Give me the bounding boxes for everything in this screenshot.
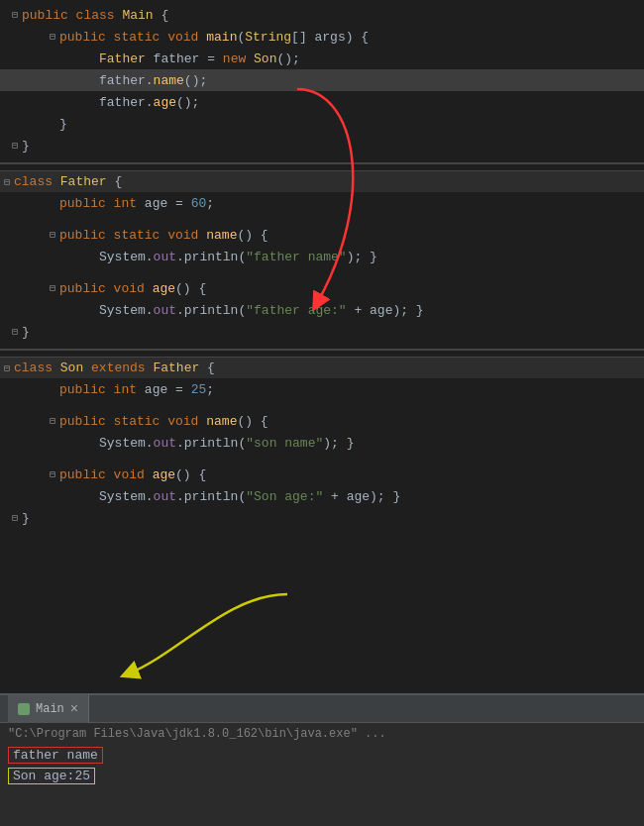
- tab-close-button[interactable]: ×: [70, 701, 78, 717]
- code-line: ⊟ }: [0, 113, 644, 135]
- fold-icon[interactable]: ⊟: [0, 175, 14, 189]
- code-line: ⊟ Father father = new Son();: [0, 48, 644, 69]
- son-class-header: ⊟ class Son extends Father {: [0, 357, 644, 378]
- son-class-block: ⊟ class Son extends Father { ⊟ public in…: [0, 353, 644, 533]
- tab-bar: Main ×: [0, 695, 644, 723]
- code-line: ⊟ public int age = 25;: [0, 378, 644, 400]
- fold-icon[interactable]: ⊟: [8, 139, 22, 153]
- code-line: ⊟ System.out.println("father name"); }: [0, 246, 644, 267]
- code-line: [0, 400, 644, 410]
- code-line: ⊟ public static void name() {: [0, 224, 644, 246]
- separator: [0, 349, 644, 351]
- output-line-father: father name: [0, 745, 644, 766]
- tab-main[interactable]: Main ×: [8, 695, 89, 723]
- code-line-highlighted: ⊟ father.name();: [0, 69, 644, 91]
- code-line: ⊟ public void age() {: [0, 277, 644, 299]
- code-line: ⊟ father.age();: [0, 91, 644, 113]
- code-line: ⊟ public class Main {: [0, 4, 644, 26]
- fold-icon[interactable]: ⊟: [0, 361, 14, 375]
- fold-icon[interactable]: ⊟: [8, 8, 22, 22]
- father-class-block: ⊟ class Father { ⊟ public int age = 60; …: [0, 166, 644, 347]
- output-son-age: Son age:25: [8, 768, 95, 784]
- code-line: [0, 214, 644, 224]
- tab-icon: [18, 703, 30, 715]
- code-line: ⊟ }: [0, 507, 644, 529]
- father-class-header: ⊟ class Father {: [0, 170, 644, 192]
- code-line: ⊟ }: [0, 321, 644, 343]
- code-line: ⊟ System.out.println("Son age:" + age); …: [0, 485, 644, 507]
- separator: [0, 162, 644, 164]
- console-path: "C:\Program Files\Java\jdk1.8.0_162\bin\…: [0, 723, 644, 745]
- fold-icon[interactable]: ⊟: [46, 228, 59, 242]
- fold-icon[interactable]: ⊟: [46, 414, 59, 428]
- code-line: ⊟ }: [0, 135, 644, 156]
- code-line: ⊟ System.out.println("father age:" + age…: [0, 299, 644, 321]
- output-father-name: father name: [8, 747, 103, 764]
- code-line: ⊟ public static void main(String[] args)…: [0, 26, 644, 48]
- bottom-panel: Main × "C:\Program Files\Java\jdk1.8.0_1…: [0, 693, 644, 826]
- fold-icon[interactable]: ⊟: [46, 281, 59, 295]
- code-line: ⊟ public void age() {: [0, 464, 644, 485]
- output-line-son: Son age:25: [0, 766, 644, 786]
- editor-area: ⊟ public class Main { ⊟ public static vo…: [0, 0, 644, 693]
- fold-icon[interactable]: ⊟: [8, 511, 22, 525]
- code-line: ⊟ public int age = 60;: [0, 192, 644, 214]
- fold-icon[interactable]: ⊟: [46, 467, 59, 481]
- code-line: ⊟ public static void name() {: [0, 410, 644, 432]
- tab-label: Main: [36, 702, 64, 716]
- code-line: [0, 267, 644, 277]
- fold-icon[interactable]: ⊟: [46, 30, 59, 44]
- main-class-block: ⊟ public class Main { ⊟ public static vo…: [0, 0, 644, 160]
- code-line: ⊟ System.out.println("son name"); }: [0, 432, 644, 454]
- fold-icon[interactable]: ⊟: [8, 325, 22, 339]
- code-line: [0, 454, 644, 464]
